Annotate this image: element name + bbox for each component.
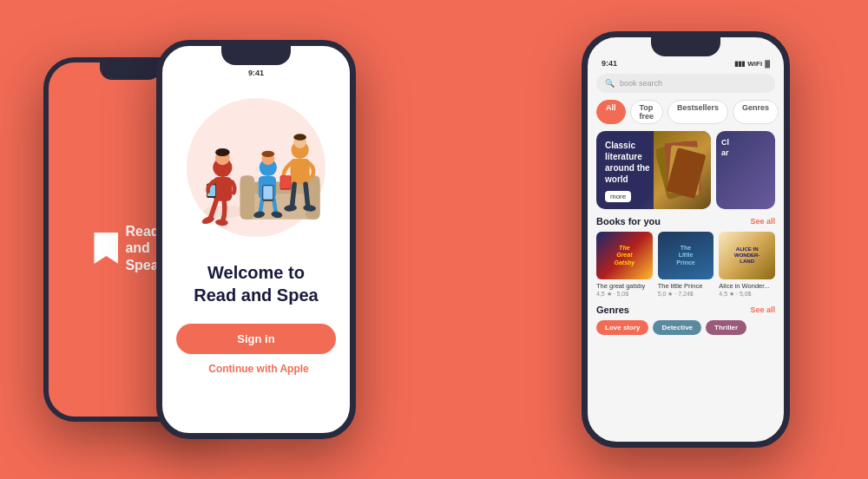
status-icons: ▮▮▮ WiFi ▓ [734,60,770,68]
wifi-icon: WiFi [747,60,762,68]
svg-point-16 [261,151,274,157]
banner-secondary[interactable]: Clar [716,131,775,209]
book-alice[interactable]: ALICE INWONDER-LAND Alice in Wonder... 4… [719,232,775,298]
notch-1 [100,62,161,80]
banner-books-image [654,131,711,209]
book-meta-gatsby: 4,5 ★ · 5,0$ [596,291,653,298]
time-2: 9:41 [248,69,264,77]
book-title-gatsby: The great gatsby [596,282,653,290]
banner-main[interactable]: Classic literature around the world more [596,131,711,209]
book-meta-alice: 4,5 ★ · 5,0$ [719,291,775,298]
genres-section-header: Genres See all [596,305,775,315]
genres-section: Genres See all Love story Detective Thri… [596,305,775,335]
books-section-header: Books for you See all [596,216,775,226]
svg-point-6 [215,219,228,226]
book-title-prince: The little Prince [658,282,714,290]
search-bar[interactable]: 🔍 book search [596,74,775,93]
genres-title: Genres [596,305,629,315]
books-row: TheGreatGatsby The great gatsby 4,5 ★ · … [596,232,775,298]
phone-welcome: 9:41 [156,40,356,439]
search-placeholder-text: book search [620,79,662,88]
battery-icon: ▓ [765,60,770,68]
books-see-all[interactable]: See all [750,217,775,226]
svg-point-4 [215,148,230,156]
chip-top-free[interactable]: Top free [630,100,664,124]
book-prince[interactable]: TheLittlePrince The little Prince 5,0 ★ … [658,232,714,298]
book-gatsby[interactable]: TheGreatGatsby The great gatsby 4,5 ★ · … [596,232,653,298]
apple-button[interactable]: Continue with Apple [176,363,336,375]
chip-genres[interactable]: Genres [733,100,779,124]
book-cover-prince: TheLittlePrince [658,232,714,279]
svg-rect-20 [263,186,273,200]
phone-main: 9:41 ▮▮▮ WiFi ▓ 🔍 book search All Top fr… [582,31,790,448]
svg-point-24 [293,134,306,140]
search-icon: 🔍 [605,79,615,88]
svg-rect-28 [281,176,291,188]
genre-detective[interactable]: Detective [653,320,701,335]
more-button[interactable]: more [605,191,631,202]
welcome-title: Welcome to Read and Spea [194,261,318,306]
genres-see-all[interactable]: See all [750,305,775,314]
banner-area: Classic literature around the world more… [596,131,775,209]
chip-bestsellers[interactable]: Bestsellers [667,100,728,124]
people-illustration [176,89,336,246]
book-cover-gatsby: TheGreatGatsby [596,232,653,279]
time-3: 9:41 [602,59,617,68]
books-section-title: Books for you [596,216,661,226]
status-bar-3: 9:41 ▮▮▮ WiFi ▓ [588,56,784,70]
book-cover-alice: ALICE INWONDER-LAND [719,232,775,279]
illustration-area [176,81,336,254]
notch-3 [651,37,720,56]
status-bar-2: 9:41 [162,65,350,81]
genre-thriller[interactable]: Thriller [706,320,746,335]
banner-secondary-title: Clar [721,138,729,158]
book-title-alice: Alice in Wonder... [719,282,775,290]
books-svg [656,135,708,205]
genre-love[interactable]: Love story [596,320,648,335]
main-content: 🔍 book search All Top free Bestsellers G… [588,70,784,335]
filter-chips: All Top free Bestsellers Genres [596,100,775,124]
notch-2 [221,46,291,65]
bookmark-icon [94,233,118,264]
welcome-content: Welcome to Read and Spea Sign in Continu… [162,81,350,389]
svg-rect-22 [291,159,310,184]
genre-chips-row: Love story Detective Thriller [596,320,775,335]
signal-icon: ▮▮▮ [734,60,745,68]
book-meta-prince: 5,0 ★ · 7,24$ [658,291,714,298]
chip-all[interactable]: All [596,100,626,124]
sign-in-button[interactable]: Sign in [176,324,336,354]
